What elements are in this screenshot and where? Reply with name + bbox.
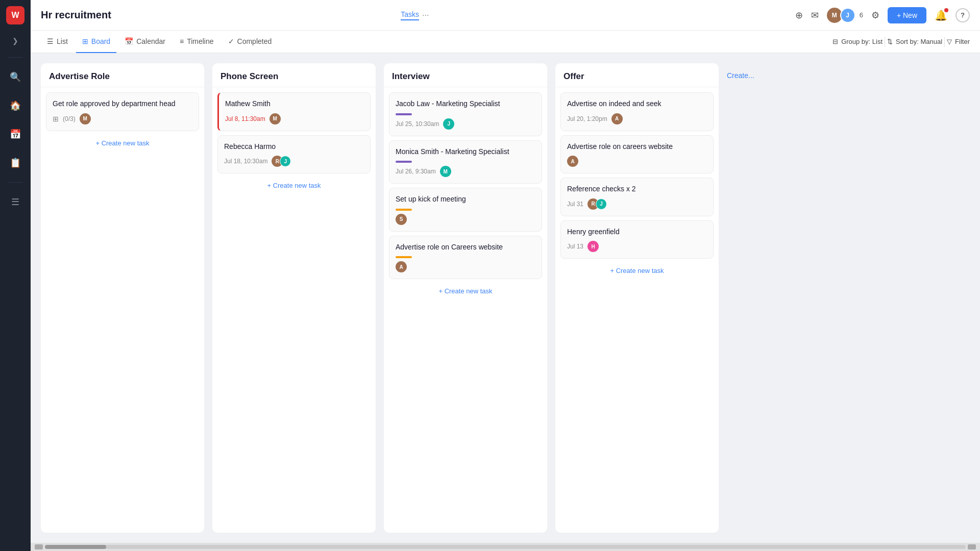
tasks-icon[interactable]: 📋 [6, 154, 24, 172]
bottom-scrollbar[interactable] [31, 543, 980, 551]
task-meta: Jul 26, 9:30am M [396, 166, 535, 177]
scroll-left[interactable] [35, 544, 43, 549]
task-card[interactable]: Jacob Law - Marketing Specialist Jul 25,… [389, 92, 542, 136]
app-logo[interactable]: W [6, 6, 24, 24]
menu-icon[interactable]: ☰ [6, 193, 24, 211]
task-title: Advertise role on Careers website [396, 242, 535, 253]
task-card[interactable]: Get role approved by department head ⊞ (… [46, 92, 199, 131]
create-task-link[interactable]: + Create new task [217, 178, 371, 193]
avatar: A [567, 156, 578, 167]
avatar: M [270, 113, 281, 124]
mail-btn[interactable]: ✉ [811, 10, 819, 21]
view-tabs-bar: ☰ List ⊞ Board 📅 Calendar ≡ Timeline ✓ C… [31, 31, 980, 53]
tag-orange [396, 209, 412, 211]
home-icon[interactable]: 🏠 [6, 96, 24, 115]
tag-orange [396, 256, 412, 258]
tag-purple [396, 113, 412, 115]
task-meta: Jul 8, 11:30am M [225, 113, 364, 124]
add-btn[interactable]: ⊕ [795, 10, 803, 21]
task-card[interactable]: Advertise role on Careers website A [389, 236, 542, 280]
tasks-tab[interactable]: Tasks [401, 10, 419, 20]
task-card[interactable]: Advertise on indeed and seek Jul 20, 1:2… [560, 92, 714, 131]
group-by-label: Group by: List [841, 38, 883, 45]
column-phone-screen: Phone Screen Mathew Smith Jul 8, 11:30am… [212, 63, 376, 533]
sort-icon: ⇅ [887, 38, 893, 45]
divider-2 [8, 182, 23, 183]
create-task-link[interactable]: + Create new task [560, 263, 714, 279]
tab-calendar[interactable]: 📅 Calendar [118, 31, 172, 53]
avatar: M [80, 113, 91, 124]
notifications-btn[interactable]: 🔔 [935, 9, 947, 21]
subtask-count: (0/3) [63, 115, 76, 122]
column-body-phone-screen: Mathew Smith Jul 8, 11:30am M Rebecca Ha… [212, 87, 376, 533]
task-card[interactable]: Rebecca Harmo Jul 18, 10:30am R J [217, 135, 371, 174]
column-body-advertise-role: Get role approved by department head ⊞ (… [41, 87, 204, 533]
task-card[interactable]: Set up kick of meeting S [389, 188, 542, 232]
tab-completed[interactable]: ✓ Completed [222, 31, 278, 53]
column-interview: Interview Jacob Law - Marketing Speciali… [384, 63, 547, 533]
column-header-interview: Interview [384, 63, 547, 87]
avatar-group: M J 6 [827, 8, 863, 23]
tab-timeline-label: Timeline [187, 37, 213, 45]
divider-2 [944, 37, 945, 47]
task-title: Advertise role on careers website [567, 142, 707, 152]
avatar: M [440, 166, 451, 177]
tab-list[interactable]: ☰ List [41, 31, 74, 53]
task-date: Jul 8, 11:30am [225, 115, 265, 122]
create-task-link[interactable]: + Create new task [389, 283, 542, 299]
avatar: J [443, 118, 454, 130]
new-button[interactable]: + New [888, 7, 926, 23]
divider [8, 57, 23, 58]
task-card[interactable]: Advertise role on careers website A [560, 135, 714, 174]
tab-calendar-label: Calendar [136, 37, 165, 45]
task-meta: Jul 20, 1:20pm A [567, 113, 707, 124]
settings-btn[interactable]: ⚙ [871, 10, 879, 21]
page-title: Hr recruitment [41, 9, 395, 21]
scrollbar-track[interactable] [45, 545, 966, 549]
tab-timeline[interactable]: ≡ Timeline [174, 31, 220, 53]
sidebar: W ❯ 🔍 🏠 📅 📋 ☰ [0, 0, 31, 551]
avatar: S [396, 214, 407, 225]
avatar-multi: R J [587, 198, 607, 210]
divider [885, 37, 885, 47]
task-card[interactable]: Reference checks x 2 Jul 31 R J [560, 178, 714, 216]
filter-btn[interactable]: ▽ Filter [947, 38, 970, 45]
task-title: Jacob Law - Marketing Specialist [396, 99, 535, 109]
more-btn[interactable]: ··· [422, 11, 429, 20]
column-header-offer: Offer [555, 63, 719, 87]
tab-completed-label: Completed [237, 37, 272, 45]
task-meta: Jul 13 H [567, 241, 707, 252]
task-meta: Jul 31 R J [567, 198, 707, 210]
main-content: Hr recruitment Tasks ··· ⊕ ✉ M J 6 ⚙ + N… [31, 0, 980, 551]
scroll-right[interactable] [968, 544, 976, 549]
board-icon: ⊞ [82, 37, 88, 45]
task-date: Jul 31 [567, 201, 583, 208]
task-meta: Jul 18, 10:30am R J [224, 156, 364, 167]
task-card[interactable]: Mathew Smith Jul 8, 11:30am M [217, 92, 371, 131]
task-meta: S [396, 214, 535, 225]
group-by-btn[interactable]: ⊟ Group by: List [832, 38, 883, 45]
column-advertise-role: Advertise Role Get role approved by depa… [41, 63, 204, 533]
avatar: A [611, 113, 623, 124]
column-body-offer: Advertise on indeed and seek Jul 20, 1:2… [555, 87, 719, 533]
search-icon[interactable]: 🔍 [6, 68, 24, 86]
task-card[interactable]: Monica Smith - Marketing Specialist Jul … [389, 140, 542, 184]
calendar-icon[interactable]: 📅 [6, 125, 24, 143]
notif-dot [944, 8, 948, 12]
avatar-2: J [840, 8, 855, 23]
column-body-interview: Jacob Law - Marketing Specialist Jul 25,… [384, 87, 547, 533]
help-btn[interactable]: ? [955, 8, 970, 22]
scrollbar-thumb[interactable] [45, 545, 106, 549]
create-task-link[interactable]: + Create new task [46, 135, 199, 151]
task-title: Mathew Smith [225, 99, 364, 109]
tab-board-label: Board [91, 37, 110, 45]
sort-by-btn[interactable]: ⇅ Sort by: Manual [887, 38, 942, 45]
task-date: Jul 13 [567, 243, 583, 250]
task-card[interactable]: Henry greenfield Jul 13 H [560, 220, 714, 259]
avatar-2: J [596, 198, 607, 210]
tab-board[interactable]: ⊞ Board [76, 31, 116, 53]
completed-icon: ✓ [228, 37, 234, 45]
tag-purple [396, 161, 412, 163]
sidebar-toggle[interactable]: ❯ [9, 35, 21, 47]
add-column-button[interactable]: Create... [727, 71, 754, 80]
